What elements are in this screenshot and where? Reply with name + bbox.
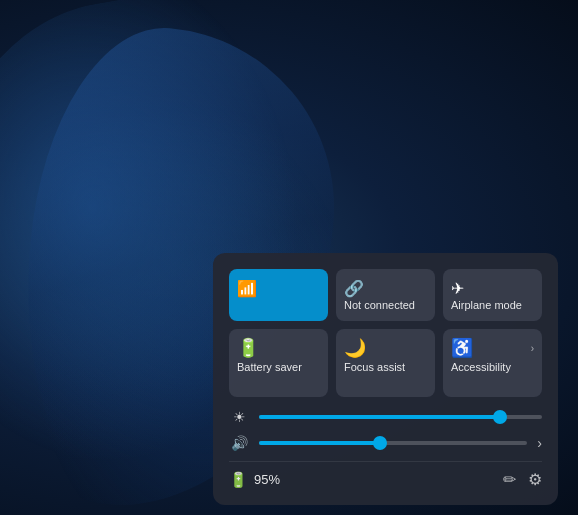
battery-icon: 🔋 (229, 471, 248, 489)
accessibility-icon-row: ♿ › (451, 339, 534, 357)
battery-saver-icon: 🔋 (237, 339, 259, 357)
focus-assist-icon-row: 🌙 (344, 339, 427, 357)
airplane-icon: ✈ (451, 279, 464, 298)
edit-button[interactable]: ✏ (503, 470, 516, 489)
battery-info: 🔋 95% (229, 471, 280, 489)
brightness-slider-row: ☀ (229, 409, 542, 425)
accessibility-chevron-icon: › (531, 343, 534, 354)
brightness-slider-track[interactable] (259, 415, 542, 419)
wifi-icon: 📶 (237, 279, 257, 298)
focus-assist-label: Focus assist (344, 361, 405, 374)
quick-settings-panel: 📶 🔗 Not connected ✈ Airplane mode 🔋 Batt… (213, 253, 558, 505)
focus-assist-button[interactable]: 🌙 Focus assist (336, 329, 435, 397)
volume-expand-button[interactable]: › (537, 435, 542, 451)
focus-assist-icon: 🌙 (344, 339, 366, 357)
bottom-bar: 🔋 95% ✏ ⚙ (229, 461, 542, 489)
bottom-buttons-row: 🔋 Battery saver 🌙 Focus assist ♿ › Acces… (229, 329, 542, 397)
not-connected-label: Not connected (344, 299, 415, 311)
battery-saver-icon-row: 🔋 (237, 339, 320, 357)
not-connected-button[interactable]: 🔗 Not connected (336, 269, 435, 321)
volume-slider-track[interactable] (259, 441, 527, 445)
volume-slider-fill (259, 441, 380, 445)
battery-saver-button[interactable]: 🔋 Battery saver (229, 329, 328, 397)
accessibility-icon: ♿ (451, 339, 473, 357)
wifi-button[interactable]: 📶 (229, 269, 328, 321)
settings-button[interactable]: ⚙ (528, 470, 542, 489)
not-connected-icon: 🔗 (344, 279, 364, 298)
brightness-slider-thumb (493, 410, 507, 424)
volume-icon: 🔊 (229, 435, 249, 451)
airplane-label: Airplane mode (451, 299, 522, 311)
bottom-action-icons: ✏ ⚙ (503, 470, 542, 489)
battery-saver-label: Battery saver (237, 361, 302, 374)
brightness-slider-fill (259, 415, 500, 419)
volume-slider-row: 🔊 › (229, 435, 542, 451)
top-buttons-row: 📶 🔗 Not connected ✈ Airplane mode (229, 269, 542, 321)
brightness-icon: ☀ (229, 409, 249, 425)
accessibility-button[interactable]: ♿ › Accessibility (443, 329, 542, 397)
battery-percentage: 95% (254, 472, 280, 487)
volume-slider-thumb (373, 436, 387, 450)
sliders-section: ☀ 🔊 › (229, 409, 542, 451)
accessibility-label: Accessibility (451, 361, 511, 374)
airplane-mode-button[interactable]: ✈ Airplane mode (443, 269, 542, 321)
